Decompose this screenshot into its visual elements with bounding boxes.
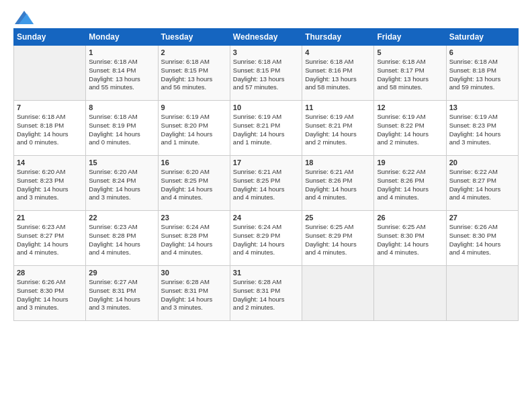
day-info: Sunrise: 6:19 AM Sunset: 8:22 PM Dayligh… bbox=[377, 113, 443, 147]
day-info: Sunrise: 6:23 AM Sunset: 8:28 PM Dayligh… bbox=[89, 223, 154, 257]
calendar-cell: 10Sunrise: 6:19 AM Sunset: 8:21 PM Dayli… bbox=[230, 101, 302, 156]
day-header-tuesday: Tuesday bbox=[158, 29, 230, 46]
calendar-cell: 12Sunrise: 6:19 AM Sunset: 8:22 PM Dayli… bbox=[374, 101, 446, 156]
day-number: 13 bbox=[449, 103, 515, 111]
logo-icon bbox=[15, 11, 34, 24]
calendar-cell: 5Sunrise: 6:18 AM Sunset: 8:17 PM Daylig… bbox=[374, 46, 446, 101]
day-info: Sunrise: 6:19 AM Sunset: 8:21 PM Dayligh… bbox=[305, 113, 371, 147]
day-info: Sunrise: 6:18 AM Sunset: 8:15 PM Dayligh… bbox=[161, 58, 227, 92]
calendar-cell: 25Sunrise: 6:25 AM Sunset: 8:29 PM Dayli… bbox=[302, 211, 374, 266]
day-info: Sunrise: 6:23 AM Sunset: 8:27 PM Dayligh… bbox=[17, 223, 83, 257]
day-number: 5 bbox=[377, 48, 443, 56]
day-info: Sunrise: 6:26 AM Sunset: 8:30 PM Dayligh… bbox=[17, 278, 83, 312]
day-number: 3 bbox=[233, 48, 299, 56]
day-number: 23 bbox=[161, 214, 227, 222]
day-number: 6 bbox=[449, 48, 515, 56]
day-info: Sunrise: 6:18 AM Sunset: 8:18 PM Dayligh… bbox=[449, 58, 515, 92]
calendar-cell: 17Sunrise: 6:21 AM Sunset: 8:25 PM Dayli… bbox=[230, 156, 302, 211]
day-number: 11 bbox=[305, 103, 371, 111]
logo bbox=[13, 11, 34, 20]
calendar-cell: 23Sunrise: 6:24 AM Sunset: 8:28 PM Dayli… bbox=[158, 211, 230, 266]
calendar-week-4: 21Sunrise: 6:23 AM Sunset: 8:27 PM Dayli… bbox=[14, 211, 519, 266]
calendar-cell bbox=[14, 46, 86, 101]
calendar-cell: 3Sunrise: 6:18 AM Sunset: 8:15 PM Daylig… bbox=[230, 46, 302, 101]
day-number: 25 bbox=[305, 214, 371, 222]
day-number: 28 bbox=[17, 269, 83, 277]
calendar-cell: 14Sunrise: 6:20 AM Sunset: 8:23 PM Dayli… bbox=[14, 156, 86, 211]
day-info: Sunrise: 6:20 AM Sunset: 8:25 PM Dayligh… bbox=[161, 168, 227, 202]
day-info: Sunrise: 6:19 AM Sunset: 8:23 PM Dayligh… bbox=[449, 113, 515, 147]
calendar-cell: 29Sunrise: 6:27 AM Sunset: 8:31 PM Dayli… bbox=[86, 266, 158, 321]
calendar-cell bbox=[302, 266, 374, 321]
day-number: 19 bbox=[377, 158, 443, 167]
page-header bbox=[13, 11, 519, 20]
calendar-cell: 13Sunrise: 6:19 AM Sunset: 8:23 PM Dayli… bbox=[446, 101, 518, 156]
calendar-cell: 6Sunrise: 6:18 AM Sunset: 8:18 PM Daylig… bbox=[446, 46, 518, 101]
calendar-cell: 31Sunrise: 6:28 AM Sunset: 8:31 PM Dayli… bbox=[230, 266, 302, 321]
calendar-cell: 30Sunrise: 6:28 AM Sunset: 8:31 PM Dayli… bbox=[158, 266, 230, 321]
day-number: 26 bbox=[377, 214, 443, 222]
day-info: Sunrise: 6:24 AM Sunset: 8:29 PM Dayligh… bbox=[233, 223, 299, 257]
day-number: 10 bbox=[233, 103, 299, 111]
calendar-cell: 16Sunrise: 6:20 AM Sunset: 8:25 PM Dayli… bbox=[158, 156, 230, 211]
day-number: 9 bbox=[161, 103, 227, 111]
day-info: Sunrise: 6:19 AM Sunset: 8:21 PM Dayligh… bbox=[233, 113, 299, 147]
day-number: 7 bbox=[17, 103, 83, 111]
day-info: Sunrise: 6:18 AM Sunset: 8:19 PM Dayligh… bbox=[89, 113, 154, 147]
calendar-week-2: 7Sunrise: 6:18 AM Sunset: 8:18 PM Daylig… bbox=[14, 101, 519, 156]
calendar-cell: 19Sunrise: 6:22 AM Sunset: 8:26 PM Dayli… bbox=[374, 156, 446, 211]
calendar-week-5: 28Sunrise: 6:26 AM Sunset: 8:30 PM Dayli… bbox=[14, 266, 519, 321]
day-info: Sunrise: 6:20 AM Sunset: 8:23 PM Dayligh… bbox=[17, 168, 83, 202]
day-info: Sunrise: 6:21 AM Sunset: 8:26 PM Dayligh… bbox=[305, 168, 371, 202]
calendar-week-1: 1Sunrise: 6:18 AM Sunset: 8:14 PM Daylig… bbox=[14, 46, 519, 101]
calendar-cell: 21Sunrise: 6:23 AM Sunset: 8:27 PM Dayli… bbox=[14, 211, 86, 266]
day-info: Sunrise: 6:21 AM Sunset: 8:25 PM Dayligh… bbox=[233, 168, 299, 202]
day-info: Sunrise: 6:18 AM Sunset: 8:18 PM Dayligh… bbox=[17, 113, 83, 147]
calendar-cell: 4Sunrise: 6:18 AM Sunset: 8:16 PM Daylig… bbox=[302, 46, 374, 101]
calendar-header-row: SundayMondayTuesdayWednesdayThursdayFrid… bbox=[14, 29, 519, 46]
page-container: SundayMondayTuesdayWednesdayThursdayFrid… bbox=[0, 0, 532, 328]
calendar-cell: 1Sunrise: 6:18 AM Sunset: 8:14 PM Daylig… bbox=[86, 46, 158, 101]
day-number: 14 bbox=[17, 158, 83, 167]
calendar-cell: 26Sunrise: 6:25 AM Sunset: 8:30 PM Dayli… bbox=[374, 211, 446, 266]
day-info: Sunrise: 6:24 AM Sunset: 8:28 PM Dayligh… bbox=[161, 223, 227, 257]
day-number: 29 bbox=[89, 269, 154, 277]
calendar-cell: 28Sunrise: 6:26 AM Sunset: 8:30 PM Dayli… bbox=[14, 266, 86, 321]
day-number: 2 bbox=[161, 48, 227, 56]
day-number: 12 bbox=[377, 103, 443, 111]
day-header-sunday: Sunday bbox=[14, 29, 86, 46]
day-info: Sunrise: 6:28 AM Sunset: 8:31 PM Dayligh… bbox=[233, 278, 299, 312]
day-number: 20 bbox=[449, 158, 515, 167]
day-header-friday: Friday bbox=[374, 29, 446, 46]
day-number: 24 bbox=[233, 214, 299, 222]
day-info: Sunrise: 6:20 AM Sunset: 8:24 PM Dayligh… bbox=[89, 168, 154, 202]
day-info: Sunrise: 6:18 AM Sunset: 8:15 PM Dayligh… bbox=[233, 58, 299, 92]
day-number: 17 bbox=[233, 158, 299, 167]
day-header-wednesday: Wednesday bbox=[230, 29, 302, 46]
day-number: 22 bbox=[89, 214, 154, 222]
calendar-cell: 2Sunrise: 6:18 AM Sunset: 8:15 PM Daylig… bbox=[158, 46, 230, 101]
calendar-table: SundayMondayTuesdayWednesdayThursdayFrid… bbox=[13, 28, 519, 321]
calendar-cell bbox=[446, 266, 518, 321]
day-info: Sunrise: 6:22 AM Sunset: 8:26 PM Dayligh… bbox=[377, 168, 443, 202]
day-info: Sunrise: 6:18 AM Sunset: 8:17 PM Dayligh… bbox=[377, 58, 443, 92]
calendar-cell: 27Sunrise: 6:26 AM Sunset: 8:30 PM Dayli… bbox=[446, 211, 518, 266]
calendar-cell: 11Sunrise: 6:19 AM Sunset: 8:21 PM Dayli… bbox=[302, 101, 374, 156]
day-info: Sunrise: 6:26 AM Sunset: 8:30 PM Dayligh… bbox=[449, 223, 515, 257]
day-number: 30 bbox=[161, 269, 227, 277]
day-header-thursday: Thursday bbox=[302, 29, 374, 46]
day-number: 27 bbox=[449, 214, 515, 222]
calendar-cell: 24Sunrise: 6:24 AM Sunset: 8:29 PM Dayli… bbox=[230, 211, 302, 266]
day-number: 1 bbox=[89, 48, 154, 56]
day-header-saturday: Saturday bbox=[446, 29, 518, 46]
day-number: 8 bbox=[89, 103, 154, 111]
calendar-week-3: 14Sunrise: 6:20 AM Sunset: 8:23 PM Dayli… bbox=[14, 156, 519, 211]
day-info: Sunrise: 6:28 AM Sunset: 8:31 PM Dayligh… bbox=[161, 278, 227, 312]
day-number: 31 bbox=[233, 269, 299, 277]
day-info: Sunrise: 6:22 AM Sunset: 8:27 PM Dayligh… bbox=[449, 168, 515, 202]
day-info: Sunrise: 6:25 AM Sunset: 8:29 PM Dayligh… bbox=[305, 223, 371, 257]
calendar-cell: 20Sunrise: 6:22 AM Sunset: 8:27 PM Dayli… bbox=[446, 156, 518, 211]
calendar-cell: 22Sunrise: 6:23 AM Sunset: 8:28 PM Dayli… bbox=[86, 211, 158, 266]
calendar-cell: 7Sunrise: 6:18 AM Sunset: 8:18 PM Daylig… bbox=[14, 101, 86, 156]
calendar-cell: 9Sunrise: 6:19 AM Sunset: 8:20 PM Daylig… bbox=[158, 101, 230, 156]
